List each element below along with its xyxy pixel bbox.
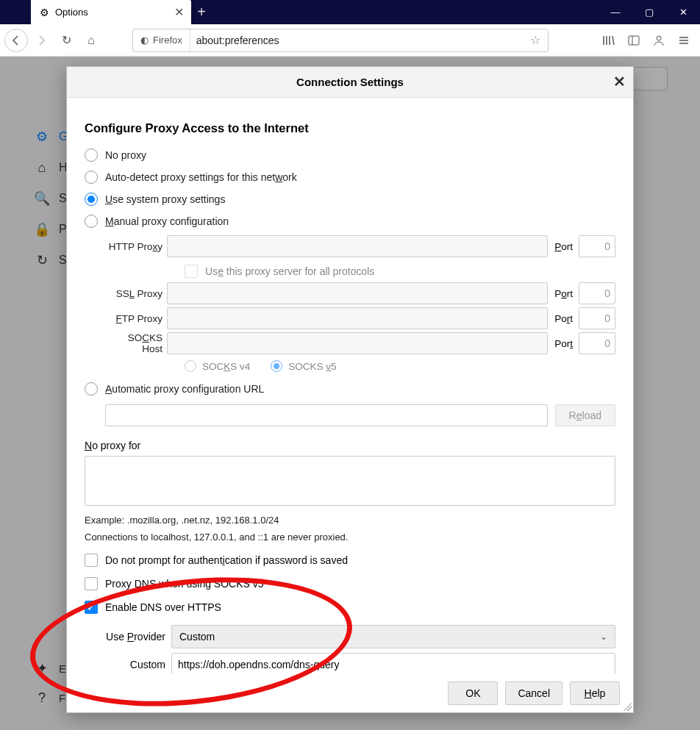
- browser-tab[interactable]: ⚙ Options ✕: [31, 0, 191, 24]
- ssl-port-input[interactable]: [579, 282, 615, 304]
- svg-point-2: [657, 36, 661, 40]
- dialog-header: Connection Settings ✕: [67, 67, 633, 98]
- home-button[interactable]: ⌂: [79, 29, 103, 52]
- gear-icon: ⚙: [40, 7, 49, 18]
- port-label: Port: [552, 313, 574, 324]
- connection-settings-dialog: Connection Settings ✕ Configure Proxy Ac…: [66, 66, 634, 713]
- socks-host-input[interactable]: [167, 332, 548, 354]
- radio-manual-proxy[interactable]: Manual proxy configuration: [85, 210, 615, 232]
- checkbox-icon: [85, 554, 98, 567]
- provider-select[interactable]: Custom ⌄: [171, 625, 615, 648]
- resize-grip[interactable]: [623, 702, 632, 711]
- no-proxy-for-label: No proxy for: [85, 440, 615, 451]
- window-close-button[interactable]: ✕: [666, 0, 700, 24]
- new-tab-button[interactable]: +: [191, 4, 212, 21]
- account-button[interactable]: [647, 29, 671, 52]
- ssl-proxy-label: SSL Proxy: [105, 288, 162, 299]
- reload-button[interactable]: ↻: [54, 29, 78, 52]
- arrow-right-icon: [35, 35, 47, 46]
- no-prompt-auth-row[interactable]: Do not prompt for authentication if pass…: [85, 548, 615, 572]
- sidebar-icon: [628, 35, 640, 46]
- use-all-checkbox[interactable]: [185, 265, 198, 278]
- dialog-footer: OK Cancel Help: [67, 674, 633, 712]
- custom-doh-input[interactable]: [171, 653, 615, 674]
- radio-no-proxy[interactable]: No proxy: [85, 144, 615, 166]
- app-menu-button[interactable]: [672, 29, 696, 52]
- pac-url-input[interactable]: [105, 404, 548, 426]
- no-proxy-for-textarea[interactable]: [85, 456, 615, 506]
- radio-icon: [85, 215, 98, 228]
- custom-label: Custom: [105, 659, 165, 670]
- http-port-input[interactable]: [579, 235, 615, 257]
- library-button[interactable]: [597, 29, 621, 52]
- identity-label: Firefox: [153, 35, 182, 46]
- forward-button[interactable]: [29, 29, 53, 52]
- radio-system-proxy[interactable]: Use system proxy settings: [85, 188, 615, 210]
- port-label: Port: [552, 288, 574, 299]
- library-icon: [602, 34, 615, 47]
- browser-toolbar: ↻ ⌂ ◐ Firefox about:preferences ☆: [0, 24, 700, 57]
- socks-v5-radio[interactable]: [271, 360, 282, 372]
- sidebar-toggle-button[interactable]: [622, 29, 646, 52]
- hamburger-icon: [678, 35, 690, 46]
- radio-icon: [85, 148, 98, 162]
- dialog-title: Connection Settings: [296, 76, 404, 88]
- ok-button[interactable]: OK: [448, 681, 498, 705]
- back-button[interactable]: [4, 29, 28, 52]
- url-bar[interactable]: ◐ Firefox about:preferences ☆: [132, 29, 549, 52]
- localhost-hint: Connections to localhost, 127.0.0.1, and…: [85, 532, 615, 543]
- socks-host-label: SOCKS Host: [105, 332, 162, 354]
- site-identity[interactable]: ◐ Firefox: [133, 29, 190, 51]
- example-hint: Example: .mozilla.org, .net.nz, 192.168.…: [85, 515, 615, 526]
- dialog-heading: Configure Proxy Access to the Internet: [85, 121, 615, 135]
- svg-rect-0: [629, 36, 639, 45]
- cancel-button[interactable]: Cancel: [505, 681, 562, 705]
- http-proxy-input[interactable]: [167, 235, 548, 257]
- checkbox-icon: ✓: [85, 601, 98, 614]
- radio-icon: [85, 193, 98, 206]
- http-proxy-label: HTTP Proxy: [105, 241, 162, 252]
- reload-pac-button[interactable]: Reload: [555, 404, 615, 426]
- window-minimize-button[interactable]: —: [599, 0, 632, 24]
- enable-doh-row[interactable]: ✓Enable DNS over HTTPS: [85, 595, 615, 619]
- arrow-left-icon: [10, 35, 22, 46]
- radio-auto-detect[interactable]: Auto-detect proxy settings for this netw…: [85, 166, 615, 188]
- bookmark-star-icon[interactable]: ☆: [523, 33, 548, 47]
- firefox-icon: ◐: [140, 35, 149, 46]
- ftp-proxy-label: FTP Proxy: [105, 313, 162, 324]
- checkbox-icon: [85, 577, 98, 590]
- provider-value: Custom: [179, 631, 215, 643]
- chevron-down-icon: ⌄: [600, 631, 607, 642]
- ftp-proxy-input[interactable]: [167, 307, 548, 329]
- dialog-body: Configure Proxy Access to the Internet N…: [67, 98, 633, 674]
- help-button[interactable]: Help: [570, 681, 620, 705]
- port-label: Port: [552, 241, 574, 252]
- tab-title: Options: [55, 7, 88, 18]
- window-maximize-button[interactable]: ▢: [632, 0, 666, 24]
- window-titlebar: ⚙ Options ✕ + — ▢ ✕: [0, 0, 700, 24]
- proxy-dns-row[interactable]: Proxy DNS when using SOCKS v5: [85, 572, 615, 595]
- port-label: Port: [552, 338, 574, 349]
- account-icon: [653, 35, 665, 46]
- radio-pac-url[interactable]: Automatic proxy configuration URL: [85, 378, 615, 400]
- use-provider-label: Use Provider: [105, 631, 165, 643]
- url-text: about:preferences: [190, 35, 523, 46]
- socks-port-input[interactable]: [579, 332, 615, 354]
- tab-close-icon[interactable]: ✕: [174, 5, 184, 19]
- radio-icon: [85, 171, 98, 184]
- socks-v4-radio[interactable]: [185, 360, 196, 372]
- radio-icon: [85, 382, 98, 396]
- ftp-port-input[interactable]: [579, 307, 615, 329]
- dialog-close-button[interactable]: ✕: [613, 73, 626, 90]
- ssl-proxy-input[interactable]: [167, 282, 548, 304]
